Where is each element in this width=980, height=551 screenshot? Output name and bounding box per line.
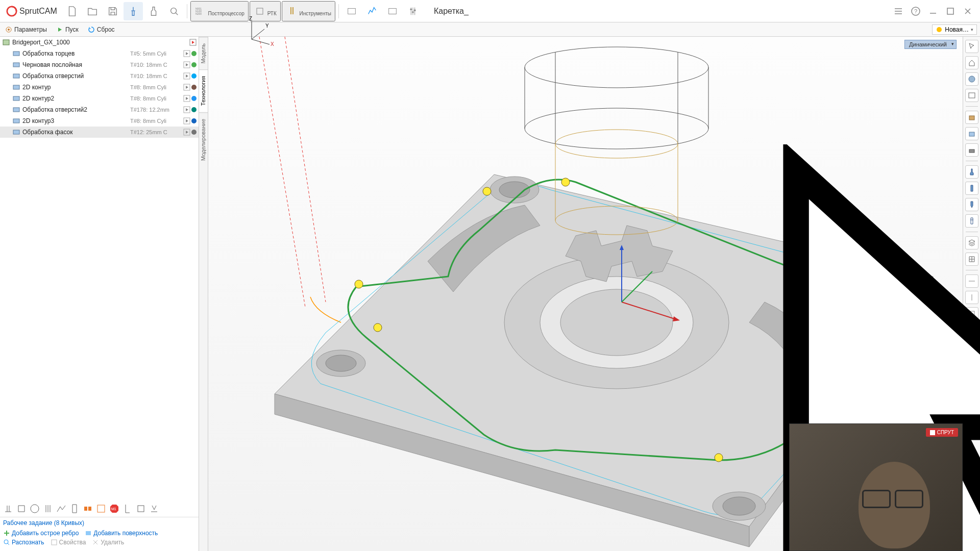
- vtab-modeling[interactable]: Моделирование: [199, 112, 208, 167]
- menu-icon[interactable]: [893, 6, 903, 16]
- op-icon: [12, 94, 20, 103]
- left-panel: Bridgeport_GX_1000 Обработка торцев T#5:…: [0, 37, 199, 551]
- close-icon[interactable]: [963, 6, 973, 16]
- new-file-button[interactable]: [62, 2, 82, 20]
- machine-icon: [2, 38, 10, 46]
- run-op-icon[interactable]: [183, 117, 190, 124]
- job-label: Рабочее задание (8 Кривых): [0, 517, 199, 529]
- svg-rect-27: [13, 96, 19, 101]
- tree-op-row[interactable]: Черновая послойная T#10: 18mm C: [0, 59, 199, 70]
- rtk-label: РТК: [267, 11, 277, 16]
- operation-tree[interactable]: Bridgeport_GX_1000 Обработка торцев T#5:…: [0, 37, 199, 154]
- svg-point-43: [4, 540, 8, 544]
- svg-point-9: [412, 11, 414, 13]
- ts-btn-2[interactable]: [15, 503, 28, 515]
- run-op-icon[interactable]: [183, 95, 190, 102]
- reset-button[interactable]: Сброс: [86, 25, 117, 34]
- run-op-icon[interactable]: [183, 129, 190, 136]
- svg-text:?: ?: [914, 8, 917, 14]
- sprut-badge-icon: [930, 430, 935, 435]
- svg-rect-17: [3, 40, 9, 45]
- add-edge-link[interactable]: Добавить острое ребро: [3, 530, 79, 537]
- svg-rect-38: [97, 505, 105, 512]
- vtab-technology[interactable]: Технология: [199, 69, 208, 112]
- ts-btn-6[interactable]: [68, 503, 81, 515]
- maximize-icon[interactable]: [945, 6, 955, 16]
- svg-rect-5: [257, 8, 263, 14]
- svg-rect-6: [348, 8, 356, 14]
- ts-btn-3[interactable]: [29, 503, 41, 515]
- ts-btn-11[interactable]: [148, 503, 160, 515]
- op-status-dot: [191, 62, 197, 67]
- svg-rect-33: [13, 130, 19, 134]
- delete-link[interactable]: Удалить: [92, 539, 124, 546]
- svg-rect-19: [13, 52, 19, 56]
- minimize-icon[interactable]: [928, 6, 938, 16]
- ts-btn-4[interactable]: [42, 503, 54, 515]
- properties-link[interactable]: Свойства: [51, 539, 86, 546]
- tree-op-row[interactable]: Обработка фасок T#12: 25mm C: [0, 127, 199, 138]
- op-icon: [12, 83, 20, 91]
- save-file-button[interactable]: [103, 2, 122, 20]
- open-file-button[interactable]: [83, 2, 102, 20]
- sprutcam-logo-icon: [6, 6, 17, 17]
- tree-op-row[interactable]: 2D контур2 T#8: 8mm Cyli: [0, 93, 199, 104]
- tree-op-row[interactable]: Обработка отверстий2 T#178: 12.2mm: [0, 104, 199, 115]
- ts-btn-stop[interactable]: M1: [108, 503, 120, 515]
- params-button[interactable]: Параметры: [3, 25, 49, 34]
- svg-rect-42: [86, 531, 91, 535]
- help-icon[interactable]: ?: [911, 6, 921, 16]
- op-status-dot: [191, 118, 197, 123]
- ts-btn-7[interactable]: [82, 503, 94, 515]
- run-op-icon[interactable]: [183, 50, 190, 57]
- feature-list[interactable]: Острое ребро Zmin:-9 Острое ребро Zmin:-…: [0, 547, 199, 551]
- op-icon: [12, 106, 20, 114]
- tree-op-row[interactable]: 2D контур3 T#8: 8mm Cyli: [0, 115, 199, 127]
- ts-btn-5[interactable]: [55, 503, 67, 515]
- tools-label: Инструменты: [300, 11, 331, 16]
- svg-point-10: [414, 9, 416, 11]
- op-status-dot: [191, 107, 197, 112]
- run-op-icon[interactable]: [183, 72, 190, 80]
- tree-op-row[interactable]: Обработка торцев T#5: 5mm Cyli: [0, 48, 199, 59]
- ts-btn-1[interactable]: [2, 503, 14, 515]
- feature-row[interactable]: Острое ребро Zmin:-9: [2, 549, 197, 551]
- vertical-tabs: Модель Технология Моделирование: [199, 37, 208, 551]
- start-button[interactable]: Пуск: [54, 25, 81, 34]
- recognize-link[interactable]: Распознать: [3, 539, 44, 546]
- op-icon: [12, 117, 20, 125]
- svg-rect-13: [947, 8, 953, 14]
- op-icon: [12, 61, 20, 69]
- run-op-icon[interactable]: [183, 106, 190, 113]
- op-icon: [12, 72, 20, 80]
- ts-btn-9[interactable]: [121, 503, 134, 515]
- svg-rect-86: [930, 430, 935, 435]
- app-name: SprutCAM: [19, 7, 57, 16]
- op-icon: [12, 49, 20, 58]
- tool-holder-button[interactable]: [144, 2, 163, 20]
- svg-text:Z: Z: [249, 16, 252, 21]
- tree-op-row[interactable]: 2D контур T#8: 8mm Cyli: [0, 82, 199, 93]
- add-surface-link[interactable]: Добавить поверхность: [85, 530, 158, 537]
- svg-text:Y: Y: [265, 23, 269, 29]
- svg-text:X: X: [271, 41, 274, 47]
- simulate-button[interactable]: [164, 2, 184, 20]
- op-status-dot: [191, 51, 197, 56]
- webcam-badge: СПРУТ: [926, 428, 958, 437]
- svg-rect-7: [389, 8, 397, 14]
- run-all-icon[interactable]: [189, 39, 197, 46]
- ts-btn-8[interactable]: [95, 503, 107, 515]
- machining-button[interactable]: [124, 2, 143, 20]
- svg-rect-31: [13, 119, 19, 123]
- tree-root[interactable]: Bridgeport_GX_1000: [0, 37, 199, 48]
- svg-point-15: [8, 29, 10, 31]
- svg-point-35: [31, 505, 39, 513]
- tree-op-row[interactable]: Обработка отверстий T#10: 18mm C: [0, 70, 199, 82]
- run-op-icon[interactable]: [183, 84, 190, 91]
- svg-rect-44: [52, 540, 57, 545]
- run-op-icon[interactable]: [183, 61, 190, 68]
- vtab-model[interactable]: Модель: [199, 37, 208, 69]
- svg-text:M1: M1: [111, 507, 116, 511]
- ts-btn-10[interactable]: [135, 503, 147, 515]
- postprocessor-button[interactable]: N001N100N200 Постпроцессор: [190, 1, 249, 21]
